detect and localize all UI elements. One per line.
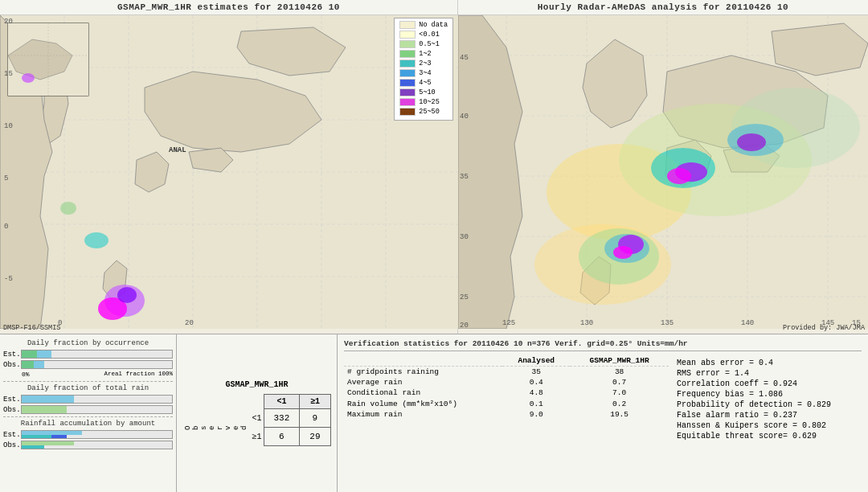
stat-row-cond-rain-label: Conditional rain — [344, 387, 502, 398]
chart-rain-est-label: Est. — [3, 396, 21, 404]
chart-occurrence-obs-label: Obs. — [3, 361, 21, 369]
stat-freq-bias: Frequency bias = 1.086 — [677, 390, 862, 399]
stat-row-max-rain-label: Maximum rain — [344, 409, 502, 420]
stat-row-max-rain-gsmap: 19.5 — [570, 409, 669, 420]
legend-label-10-25: 10~25 — [419, 98, 440, 106]
contingency-col-lt1: <1 — [264, 395, 300, 409]
legend-no-data: No data — [399, 21, 448, 29]
stat-rms-error: RMS error = 1.4 — [677, 369, 862, 378]
right-map-svg: 45 40 35 30 25 20 125 130 135 140 145 15 — [458, 15, 868, 329]
stat-hanssen-kuipers: Hanssen & Kuipers score = 0.802 — [677, 421, 862, 430]
bottom-section: Daily fraction by occurrence Est. Obs. 0… — [0, 334, 868, 492]
legend-label-001: <0.01 — [419, 31, 440, 39]
svg-text:20: 20 — [460, 322, 469, 329]
left-map-svg: 20 15 10 5 0 -5 0 20 ANAL — [0, 15, 458, 329]
legend: No data <0.01 0.5~1 1~2 2~3 — [394, 18, 453, 121]
svg-text:ANAL: ANAL — [169, 146, 186, 154]
legend-label-1-2: 1~2 — [419, 50, 431, 58]
svg-text:45: 45 — [460, 54, 469, 62]
svg-text:25: 25 — [460, 293, 469, 301]
stat-row-gridpoints-analysed: 35 — [502, 367, 570, 378]
row-lt1-label: <1 — [250, 409, 264, 428]
chart-rain-title: Daily fraction of total rain — [3, 384, 173, 392]
svg-text:35: 35 — [460, 173, 469, 181]
chart-accum-obs-row: Obs. — [3, 441, 173, 449]
contingency-title: GSMAP_MWR_1HR — [225, 380, 288, 389]
stat-row-avg-rain-analysed: 0.4 — [502, 377, 570, 387]
svg-text:20: 20 — [4, 18, 13, 26]
legend-2-3: 2~3 — [399, 59, 448, 68]
chart-occurrence-est-row: Est. — [3, 350, 173, 359]
stat-equitable-threat: Equitable threat score= 0.629 — [677, 432, 862, 441]
chart-axis-start: 0% — [22, 371, 30, 378]
svg-text:130: 130 — [580, 319, 593, 327]
legend-4-5: 4~5 — [399, 79, 448, 87]
cell-r1c1: 332 — [264, 409, 300, 428]
svg-text:125: 125 — [502, 319, 515, 327]
svg-point-16 — [60, 202, 76, 215]
stat-corr-coeff: Correlation coeff = 0.924 — [677, 379, 862, 388]
chart-accum-est-label: Est. — [3, 431, 21, 439]
legend-1-2: 1~2 — [399, 50, 448, 58]
stat-mean-abs-error: Mean abs error = 0.4 — [677, 359, 862, 367]
stat-row-rain-vol-label: Rain volume (mm*km²x10⁶) — [344, 398, 502, 409]
svg-point-49 — [737, 133, 766, 151]
chart-rain-obs-row: Obs. — [3, 405, 173, 414]
cell-r2c1: 6 — [264, 428, 300, 446]
stat-prob-detection: Probability of detection = 0.829 — [677, 400, 862, 409]
right-stats-panel: Mean abs error = 0.4 RMS error = 1.4 Cor… — [677, 355, 862, 442]
legend-5-10: 5~10 — [399, 88, 448, 96]
divider-2 — [3, 416, 173, 417]
chart-accum-title: Rainfall accumulation by amount — [3, 420, 173, 428]
svg-text:0: 0 — [4, 223, 8, 231]
cell-r2c2: 29 — [300, 428, 330, 446]
svg-point-54 — [613, 246, 633, 259]
legend-05-1: 0.5~1 — [399, 40, 448, 48]
svg-point-15 — [84, 232, 108, 248]
svg-text:40: 40 — [460, 113, 469, 121]
stat-row-cond-rain-analysed: 4.8 — [502, 387, 570, 398]
bottom-left-charts: Daily fraction by occurrence Est. Obs. 0… — [0, 334, 177, 492]
svg-text:135: 135 — [661, 319, 674, 327]
verification-title: Verification statistics for 20110426 10 … — [344, 339, 862, 351]
legend-label-3-4: 3~4 — [419, 69, 431, 77]
svg-text:5: 5 — [4, 174, 8, 182]
chart-rain-obs-label: Obs. — [3, 406, 21, 414]
stat-row-gridpoints-gsmap: 38 — [570, 367, 669, 378]
legend-10-25: 10~25 — [399, 98, 448, 106]
legend-3-4: 3~4 — [399, 69, 448, 77]
stat-row-avg-rain-gsmap: 0.7 — [570, 377, 669, 387]
cell-r1c2: 9 — [300, 409, 330, 428]
svg-text:-5: -5 — [4, 275, 13, 283]
legend-label-2-3: 2~3 — [419, 59, 431, 68]
right-map-container: Hourly Radar-AMeDAS analysis for 2011042… — [458, 0, 868, 334]
divider-1 — [3, 381, 173, 382]
left-map-container: GSMAP_MWR_1HR estimates for 20110426 10 — [0, 0, 458, 334]
svg-text:30: 30 — [460, 233, 469, 241]
chart-occurrence-obs-row: Obs. — [3, 360, 173, 369]
legend-label-4-5: 4~5 — [419, 79, 431, 87]
stat-row-rain-vol-analysed: 0.1 — [502, 398, 570, 409]
legend-label-05-1: 0.5~1 — [419, 40, 440, 48]
chart-occurrence-title: Daily fraction by occurrence — [3, 339, 173, 347]
stat-row-max-rain-analysed: 9.0 — [502, 409, 570, 420]
legend-001: <0.01 — [399, 31, 448, 39]
main-container: GSMAP_MWR_1HR estimates for 20110426 10 — [0, 0, 868, 492]
stat-false-alarm-ratio: False alarm ratio = 0.237 — [677, 411, 862, 420]
stats-col-analysed: Analysed — [502, 355, 570, 367]
maps-row: GSMAP_MWR_1HR estimates for 20110426 10 — [0, 0, 868, 334]
svg-text:140: 140 — [741, 319, 754, 327]
svg-text:15: 15 — [4, 70, 13, 78]
svg-text:20: 20 — [185, 319, 194, 327]
contingency-col-gte1: ≥1 — [300, 395, 330, 409]
legend-label-25-50: 25~50 — [419, 108, 440, 116]
observed-label: Observed — [182, 409, 250, 446]
svg-point-48 — [667, 168, 691, 184]
stat-row-cond-rain-gsmap: 7.0 — [570, 387, 669, 398]
legend-label-5-10: 5~10 — [419, 88, 435, 96]
right-map-title: Hourly Radar-AMeDAS analysis for 2011042… — [458, 0, 868, 15]
credit-label: Provided by: JWA/JMA — [783, 324, 865, 332]
chart-axis-end: Areal fraction 100% — [104, 371, 173, 378]
legend-25-50: 25~50 — [399, 108, 448, 116]
chart-occurrence-est-label: Est. — [3, 351, 21, 359]
